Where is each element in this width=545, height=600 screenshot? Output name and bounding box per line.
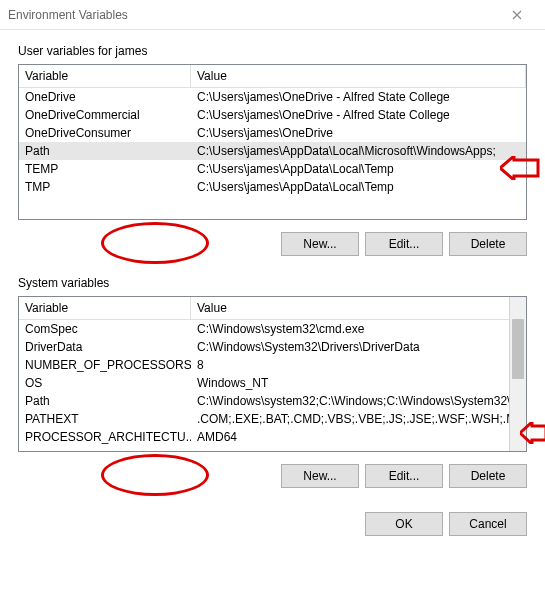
table-row[interactable]: TMPC:\Users\james\AppData\Local\Temp (19, 178, 526, 196)
footer-buttons: OK Cancel (0, 502, 545, 550)
table-row[interactable]: OneDriveCommercialC:\Users\james\OneDriv… (19, 106, 526, 124)
cancel-button[interactable]: Cancel (449, 512, 527, 536)
annotation-oval (101, 454, 209, 496)
table-row[interactable]: OneDriveC:\Users\james\OneDrive - Alfred… (19, 88, 526, 106)
col-variable[interactable]: Variable (19, 65, 191, 87)
system-vars-header: Variable Value (19, 297, 526, 320)
delete-button[interactable]: Delete (449, 464, 527, 488)
system-vars-label: System variables (18, 276, 527, 290)
ok-button[interactable]: OK (365, 512, 443, 536)
new-button[interactable]: New... (281, 464, 359, 488)
user-vars-list[interactable]: Variable Value OneDriveC:\Users\james\On… (18, 64, 527, 220)
edit-button[interactable]: Edit... (365, 232, 443, 256)
table-row[interactable]: TEMPC:\Users\james\AppData\Local\Temp (19, 160, 526, 178)
system-vars-buttons: New... Edit... Delete (18, 464, 527, 488)
table-row[interactable]: OneDriveConsumerC:\Users\james\OneDrive (19, 124, 526, 142)
scroll-thumb[interactable] (512, 319, 524, 379)
col-value[interactable]: Value (191, 65, 526, 87)
close-icon[interactable] (497, 1, 537, 29)
user-vars-label: User variables for james (18, 44, 527, 58)
user-vars-header: Variable Value (19, 65, 526, 88)
table-row-path[interactable]: PathC:\Windows\system32;C:\Windows;C:\Wi… (19, 392, 526, 410)
delete-button[interactable]: Delete (449, 232, 527, 256)
window-title: Environment Variables (8, 8, 497, 22)
new-button[interactable]: New... (281, 232, 359, 256)
table-row[interactable]: PROCESSOR_ARCHITECTU...AMD64 (19, 428, 526, 446)
table-row[interactable]: PATHEXT.COM;.EXE;.BAT;.CMD;.VBS;.VBE;.JS… (19, 410, 526, 428)
table-row[interactable]: ComSpecC:\Windows\system32\cmd.exe (19, 320, 526, 338)
edit-button[interactable]: Edit... (365, 464, 443, 488)
user-vars-buttons: New... Edit... Delete (18, 232, 527, 256)
table-row-path[interactable]: PathC:\Users\james\AppData\Local\Microso… (19, 142, 526, 160)
system-vars-list[interactable]: Variable Value ComSpecC:\Windows\system3… (18, 296, 527, 452)
table-row[interactable]: OSWindows_NT (19, 374, 526, 392)
table-row[interactable]: DriverDataC:\Windows\System32\Drivers\Dr… (19, 338, 526, 356)
table-row[interactable]: NUMBER_OF_PROCESSORS8 (19, 356, 526, 374)
col-variable[interactable]: Variable (19, 297, 191, 319)
titlebar: Environment Variables (0, 0, 545, 30)
scrollbar[interactable] (509, 297, 526, 451)
col-value[interactable]: Value (191, 297, 526, 319)
